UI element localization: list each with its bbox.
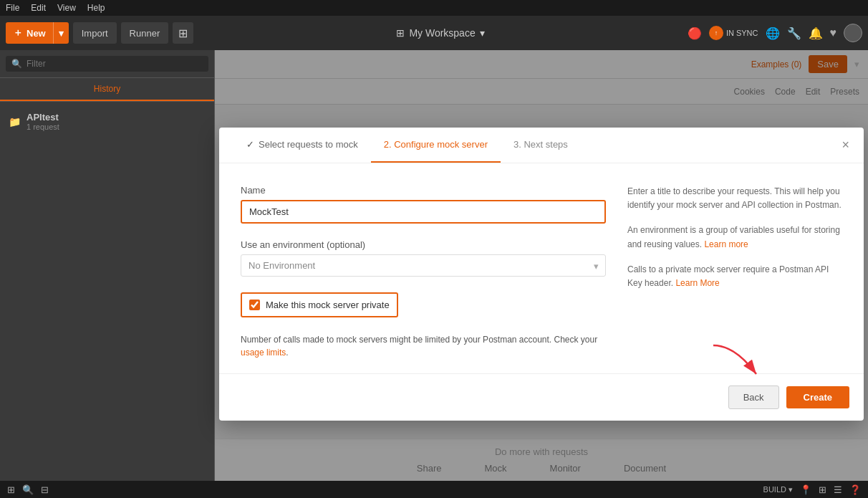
panel-icon[interactable]: ⊟	[41, 484, 49, 495]
build-chevron: ▾	[789, 485, 793, 494]
name-input[interactable]	[241, 200, 606, 224]
modal-footer: Back Create	[219, 373, 864, 421]
toolbar: ＋ New ▾ Import Runner ⊞ ⊞ My Workspace ▾…	[0, 16, 868, 50]
toolbar-right: 🔴 ↑ IN SYNC 🌐 🔧 🔔 ♥	[688, 24, 862, 42]
build-label[interactable]: BUILD ▾	[763, 484, 793, 495]
name-label: Name	[241, 185, 606, 196]
modal-body: Name Use an environment (optional) No En…	[219, 163, 864, 373]
bell-icon[interactable]: 🔔	[809, 27, 823, 40]
interceptor-icon[interactable]: 🔴	[688, 27, 702, 40]
collection-name: APItest	[26, 112, 59, 123]
help-text-3: Calls to a private mock server require a…	[627, 263, 842, 290]
env-select-wrapper: No Environment ▾	[241, 254, 606, 277]
list-icon[interactable]: ☰	[834, 484, 842, 495]
terminal-icon[interactable]: ⊞	[7, 484, 15, 495]
help-icon[interactable]: ❓	[849, 484, 861, 495]
modal-close-button[interactable]: ×	[842, 138, 849, 153]
menu-edit[interactable]: Edit	[31, 3, 46, 13]
modal-form: Name Use an environment (optional) No En…	[241, 185, 606, 359]
modal-overlay: ✓ Select requests to mock 2. Configure m…	[215, 50, 868, 498]
arrow-annotation	[706, 342, 763, 381]
search-box[interactable]: 🔍	[6, 56, 208, 72]
private-checkbox-row[interactable]: Make this mock server private	[241, 292, 398, 317]
layout-button[interactable]: ⊞	[173, 22, 193, 44]
collection-info: APItest 1 request	[26, 112, 59, 131]
new-button-main[interactable]: ＋ New	[6, 27, 53, 39]
status-bar: ⊞ 🔍 ⊟ BUILD ▾ 📍 ⊞ ☰ ❓	[0, 481, 868, 498]
sidebar-content: 📁 APItest 1 request	[0, 102, 214, 498]
menu-bar: File Edit View Help	[0, 0, 868, 16]
new-button-label: New	[26, 28, 46, 39]
env-field-group: Use an environment (optional) No Environ…	[241, 239, 606, 277]
avatar[interactable]	[844, 24, 862, 42]
right-panel: Examples (0) Save ▾ Cookies Code Edit Pr…	[215, 50, 868, 498]
private-checkbox[interactable]	[249, 300, 260, 310]
sidebar-tabs: History	[0, 78, 214, 102]
tab-next-steps[interactable]: 3. Next steps	[501, 128, 581, 163]
tab-select-requests[interactable]: ✓ Select requests to mock	[233, 128, 371, 163]
private-checkbox-label[interactable]: Make this mock server private	[266, 300, 390, 310]
help-text-1: Enter a title to describe your requests.…	[627, 185, 842, 212]
menu-help[interactable]: Help	[87, 3, 105, 13]
sync-badge: ↑ IN SYNC	[709, 26, 758, 40]
sync-label: IN SYNC	[726, 29, 758, 37]
usage-text: Number of calls made to mock servers mig…	[241, 335, 597, 345]
location-icon[interactable]: 📍	[800, 484, 811, 495]
search-icon: 🔍	[11, 59, 22, 69]
collection-sub: 1 request	[26, 123, 59, 131]
menu-view[interactable]: View	[57, 3, 76, 13]
learn-more-private-link[interactable]: Learn More	[675, 278, 719, 288]
help-text-2: An environment is a group of variables u…	[627, 224, 842, 251]
tab1-label: Select requests to mock	[259, 139, 358, 150]
sidebar-tab-history[interactable]: History	[0, 78, 214, 101]
heart-icon[interactable]: ♥	[830, 27, 837, 39]
create-button[interactable]: Create	[786, 386, 849, 408]
runner-button[interactable]: Runner	[121, 22, 169, 44]
search-status-icon[interactable]: 🔍	[22, 484, 34, 495]
back-button[interactable]: Back	[728, 386, 779, 409]
new-dropdown-arrow[interactable]: ▾	[53, 22, 69, 44]
folder-icon: 📁	[9, 116, 21, 128]
columns-icon[interactable]: ⊞	[819, 484, 826, 495]
sidebar-search-area: 🔍	[0, 50, 214, 78]
tab2-label: 2. Configure mock server	[384, 139, 488, 150]
check-icon: ✓	[246, 139, 254, 150]
main-layout: 🔍 History 📁 APItest 1 request Examples (…	[0, 50, 868, 498]
env-label: Use an environment (optional)	[241, 239, 606, 250]
usage-note: Number of calls made to mock servers mig…	[241, 333, 606, 359]
status-right: BUILD ▾ 📍 ⊞ ☰ ❓	[763, 484, 861, 495]
tools-icon[interactable]: 🔧	[787, 27, 801, 40]
import-button[interactable]: Import	[73, 22, 117, 44]
workspace-grid-icon: ⊞	[396, 27, 405, 39]
tab3-label: 3. Next steps	[513, 139, 568, 150]
usage-link[interactable]: usage limits	[241, 348, 286, 358]
usage-end: .	[286, 348, 288, 358]
plus-icon: ＋	[13, 27, 23, 39]
learn-more-env-link[interactable]: Learn more	[704, 239, 748, 249]
modal-header: ✓ Select requests to mock 2. Configure m…	[219, 128, 864, 163]
sidebar: 🔍 History 📁 APItest 1 request	[0, 50, 215, 498]
sync-circle: ↑	[709, 26, 723, 40]
tab-configure-mock[interactable]: 2. Configure mock server	[371, 128, 501, 163]
name-field-group: Name	[241, 185, 606, 224]
workspace-selector[interactable]: ⊞ My Workspace ▾	[198, 27, 683, 39]
help3-text: Calls to a private mock server require a…	[627, 264, 829, 288]
new-button[interactable]: ＋ New ▾	[6, 22, 69, 44]
modal-help: Enter a title to describe your requests.…	[627, 185, 842, 359]
browse-icon[interactable]: 🌐	[766, 27, 780, 40]
env-select[interactable]: No Environment	[241, 254, 606, 277]
modal-dialog: ✓ Select requests to mock 2. Configure m…	[219, 128, 864, 421]
workspace-label: My Workspace	[409, 27, 475, 39]
list-item[interactable]: 📁 APItest 1 request	[6, 107, 208, 135]
search-input[interactable]	[26, 59, 203, 69]
workspace-chevron: ▾	[480, 27, 485, 39]
menu-file[interactable]: File	[6, 3, 19, 13]
